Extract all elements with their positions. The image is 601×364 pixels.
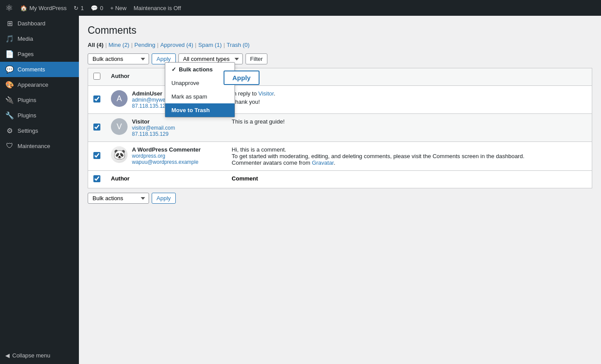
comment-col-header: Comment: [227, 68, 592, 86]
filter-trash[interactable]: Trash (0): [227, 42, 249, 48]
site-name-label: My WordPress: [29, 5, 67, 11]
pages-icon: 📄: [5, 50, 14, 58]
sidebar-item-label: Appearance: [18, 81, 48, 88]
author-website[interactable]: wordpress.org: [132, 153, 201, 159]
wp-logo-icon: ⚛: [5, 3, 13, 13]
sidebar-item-label: Pages: [18, 51, 34, 57]
maintenance-label: Maintenance is Off: [134, 5, 181, 11]
sidebar-item-dashboard[interactable]: ⊞ Dashboard: [0, 16, 79, 31]
filter-button[interactable]: Filter: [245, 53, 268, 64]
filter-approved[interactable]: Approved (4): [160, 42, 193, 48]
row-checkbox-cell: [88, 114, 106, 142]
row-checkbox-cell: [88, 142, 106, 171]
author-name: A WordPress Commenter: [132, 146, 201, 153]
sidebar-item-appearance[interactable]: 🎨 Appearance: [0, 77, 79, 92]
footer-author-label: Author: [111, 175, 130, 182]
collapse-icon: ◀: [5, 352, 10, 359]
apply-button-overlay[interactable]: Apply: [224, 71, 260, 85]
author-email[interactable]: wapuu@wordpress.example: [132, 159, 201, 165]
comment-body-line3: Commenter avatars come from Gravatar.: [232, 159, 587, 166]
select-all-checkbox[interactable]: [93, 73, 100, 80]
filter-mine[interactable]: Mine (2): [109, 42, 130, 48]
author-cell: 🐼 A WordPress Commenter wordpress.org wa…: [106, 142, 227, 171]
plugins-icon: 🔌: [5, 96, 14, 104]
comment-body: This is a great guide!: [232, 118, 587, 125]
updates-icon: ↻: [74, 5, 78, 11]
row-checkbox[interactable]: [93, 124, 100, 131]
filter-links: All (4) | Mine (2) | Pending | Approved …: [88, 42, 592, 48]
new-item[interactable]: + New: [110, 5, 126, 11]
select-all-col: [88, 68, 106, 86]
author-email[interactable]: visitor@email.com: [132, 125, 175, 131]
table-row: 🐼 A WordPress Commenter wordpress.org wa…: [88, 142, 592, 171]
main-content: Comments All (4) | Mine (2) | Pending | …: [79, 16, 601, 364]
dropdown-item-label: Move to Trash: [171, 107, 210, 113]
footer-checkbox[interactable]: [93, 175, 100, 182]
sidebar-item-label: Dashboard: [18, 20, 46, 27]
toolbar: Bulk actions Unapprove Mark as spam Move…: [88, 53, 592, 64]
tools-icon: 🔧: [5, 111, 14, 120]
bottom-toolbar: Bulk actions Unapprove Mark as spam Move…: [88, 193, 592, 204]
comment-icon: 💬: [91, 5, 98, 11]
sidebar-item-plugins[interactable]: 🔌 Plugins: [0, 92, 79, 108]
row-checkbox[interactable]: [93, 95, 100, 102]
table-row: A AdminUser admin@mywebsite.com 87.118.1…: [88, 86, 592, 114]
comment-cell: Hi, this is a comment. To get started wi…: [227, 142, 592, 171]
dropdown-move-to-trash[interactable]: Move to Trash: [165, 103, 235, 117]
sidebar-item-maintenance[interactable]: 🛡 Maintenance: [0, 138, 79, 153]
row-checkbox[interactable]: [93, 152, 100, 159]
dropdown-item-label: Mark as spam: [171, 93, 207, 100]
sidebar-item-pages[interactable]: 📄 Pages: [0, 46, 79, 62]
site-name-item[interactable]: 🏠 My WordPress: [20, 5, 67, 11]
wp-logo-item[interactable]: ⚛: [5, 3, 13, 13]
footer-comment-label: Comment: [232, 175, 258, 182]
apply-button-overlay-container: Apply: [224, 71, 260, 85]
sidebar-item-media[interactable]: 🎵 Media: [0, 31, 79, 46]
sidebar-item-label: Comments: [18, 66, 45, 73]
avatar: 🐼: [111, 146, 128, 163]
footer-author-col: Author: [106, 171, 227, 188]
table-footer-row: Author Comment: [88, 171, 592, 188]
updates-item[interactable]: ↻ 1: [74, 5, 84, 11]
updates-count: 1: [81, 5, 84, 11]
sidebar-item-comments[interactable]: 💬 Comments: [0, 62, 79, 77]
sidebar-item-label: Media: [18, 35, 33, 42]
sidebar-item-settings[interactable]: ⚙ Settings: [0, 123, 79, 138]
comment-cell: In reply to Visitor. Thank you!: [227, 86, 592, 114]
bottom-bulk-actions-select[interactable]: Bulk actions Unapprove Mark as spam Move…: [88, 193, 149, 204]
sidebar-item-label: Plugins: [18, 112, 36, 119]
page-title: Comments: [88, 25, 592, 36]
comment-body-line2: To get started with moderating, editing,…: [232, 153, 587, 159]
dropdown-mark-spam[interactable]: Mark as spam: [165, 90, 235, 103]
bottom-apply-button[interactable]: Apply: [152, 193, 176, 204]
row-checkbox-cell: [88, 86, 106, 114]
comment-cell: This is a great guide!: [227, 114, 592, 142]
comments-item[interactable]: 💬 0: [91, 5, 103, 11]
bulk-actions-select[interactable]: Bulk actions Unapprove Mark as spam Move…: [88, 53, 149, 64]
avatar: V: [111, 118, 128, 135]
gravatar-link[interactable]: Gravatar: [312, 159, 334, 166]
avatar: A: [111, 90, 128, 107]
admin-bar: ⚛ 🏠 My WordPress ↻ 1 💬 0 + New Maintenan…: [0, 0, 601, 16]
in-reply-to-link[interactable]: Visitor: [258, 90, 274, 97]
filter-all[interactable]: All (4): [88, 42, 103, 48]
sidebar-item-label: Maintenance: [18, 143, 50, 149]
media-icon: 🎵: [5, 35, 14, 43]
sidebar-item-label: Plugins: [18, 97, 36, 103]
maintenance-item[interactable]: Maintenance is Off: [134, 5, 181, 11]
collapse-menu[interactable]: ◀ Collapse menu: [0, 347, 79, 364]
author-name: Visitor: [132, 118, 175, 125]
comment-body: Thank you!: [232, 99, 587, 105]
in-reply-to: In reply to Visitor.: [232, 90, 587, 97]
filter-pending[interactable]: Pending: [135, 42, 156, 48]
footer-comment-col: Comment: [227, 171, 592, 188]
checkmark-icon: ✓: [171, 66, 176, 73]
comments-count: 0: [100, 5, 103, 11]
collapse-label: Collapse menu: [12, 352, 50, 359]
author-cell: V Visitor visitor@email.com 87.118.135.1…: [106, 114, 227, 142]
appearance-icon: 🎨: [5, 81, 14, 89]
sidebar-item-tools[interactable]: 🔧 Plugins: [0, 108, 79, 123]
comments-table: Author Comment A AdminUser ad: [88, 68, 592, 188]
filter-spam[interactable]: Spam (1): [198, 42, 221, 48]
author-ip: 87.118.135.129: [132, 131, 175, 137]
